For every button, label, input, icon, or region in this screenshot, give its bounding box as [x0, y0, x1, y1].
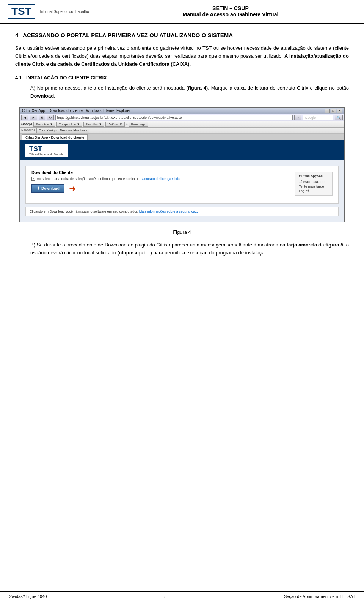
checkbox-link[interactable]: Contrato de licença Citrix [142, 177, 180, 181]
main-content: 4 ACESSANDO O PORTAL PELA PRIMEIRA VEZ O… [0, 24, 364, 267]
refresh-button[interactable]: ↻ [47, 115, 54, 120]
favoritos-button[interactable]: Favoritos ▼ [83, 122, 104, 127]
website-logo-sub: Tribunal Superior do Trabalho [29, 153, 64, 156]
download-client-box: Download do Cliente ✓ Ao selecionar a ca… [25, 166, 339, 204]
download-icon: ⬇ [36, 186, 40, 191]
org-subtitle: Tribunal Superior do Trabalho [39, 9, 89, 14]
page-header: TST Tribunal Superior do Trabalho SETIN … [0, 0, 364, 24]
go-button[interactable]: → [294, 115, 301, 120]
close-button[interactable]: ✕ [337, 109, 342, 113]
outras-opcoes-box: Outras opções Já está instalado Tente ma… [295, 172, 333, 196]
checkbox-row: ✓ Ao selecionar a caixa de seleção, você… [31, 177, 333, 181]
footer-left: Dúvidas? Ligue 4040 [8, 594, 47, 599]
outras-opcoes-title: Outras opções [299, 174, 328, 178]
license-checkbox[interactable]: ✓ [31, 177, 35, 181]
download-button[interactable]: ⬇ Download [31, 184, 64, 193]
download-btn-label: Download [41, 186, 60, 191]
pesquisar-button[interactable]: Pesquisar ▼ [33, 122, 55, 127]
website-content: TST Tribunal Superior do Trabalho Downlo… [20, 140, 344, 222]
subsection41-number: 4.1 [15, 75, 22, 80]
browser-title-text: Citrix XenApp - Download do cliente - Wi… [22, 109, 130, 113]
browser-toolbar2: Google Pesquisar ▼ Compartilhar ▼ Favori… [20, 121, 344, 128]
website-logo-box: TST Tribunal Superior do Trabalho [25, 144, 68, 157]
screenshot-mockup: Citrix XenApp - Download do cliente - Wi… [19, 107, 345, 222]
section4-paragraph: Se o usuário estiver acessando pela prim… [15, 44, 349, 68]
browser-titlebar: Citrix XenApp - Download do cliente - Wi… [20, 108, 344, 114]
address-bar[interactable]: https://gabinetevirtual.tst.jus.br/Citri… [55, 115, 293, 120]
minimize-button[interactable]: _ [325, 109, 330, 113]
favorites-bar: Favoritos Citrix XenApp - Download do cl… [20, 128, 344, 134]
active-tab[interactable]: Citrix XenApp - Download do cliente [22, 134, 88, 140]
google-search-box[interactable]: Google [303, 115, 333, 120]
google-search-button[interactable]: 🔍 [335, 115, 343, 120]
toolbar2-separator: » [126, 122, 128, 126]
logo-area: TST Tribunal Superior do Trabalho [8, 4, 97, 19]
browser-tabs: Citrix XenApp - Download do cliente [20, 134, 344, 140]
download-button-row: ⬇ Download ➜ [31, 184, 333, 194]
header-title-area: SETIN – CSUP Manual de Acesso ao Gabinet… [105, 5, 356, 17]
back-button[interactable]: ◄ [21, 115, 28, 120]
stop-button[interactable]: ✖ [39, 115, 46, 120]
download-note: Clicando em Download você irá instalar o… [25, 207, 339, 216]
arrow-right-icon: ➜ [69, 184, 76, 194]
section4-heading: 4 ACESSANDO O PORTAL PELA PRIMEIRA VEZ O… [15, 31, 349, 39]
note-link[interactable]: Mais informações sobre a segurança... [139, 210, 198, 213]
browser-nav: ◄ ► ✖ ↻ https://gabinetevirtual.tst.jus.… [20, 114, 344, 121]
verificar-button[interactable]: Verificar ▼ [105, 122, 125, 127]
website-body: Download do Cliente ✓ Ao selecionar a ca… [20, 160, 344, 222]
download-section-title: Download do Cliente [31, 170, 333, 175]
note-text: Clicando em Download você irá instalar o… [30, 210, 138, 213]
footer-page: 5 [164, 594, 166, 599]
browser-controls[interactable]: _ □ ✕ [325, 109, 342, 113]
opcao-ja-instalado[interactable]: Já está instalado [299, 180, 328, 184]
tst-logo: TST [8, 4, 35, 19]
forward-button[interactable]: ► [30, 115, 37, 120]
doc-title-line1: SETIN – CSUP [105, 5, 356, 11]
section4-number: 4 [15, 32, 18, 38]
subsection41-heading: 4.1 INSTALAÇÃO DO CLIENTE CITRIX [15, 75, 349, 80]
website-logo-tst: TST [29, 145, 64, 153]
item-b: B) Se durante o procedimento de Download… [30, 241, 349, 257]
doc-title-line2: Manual de Acesso ao Gabinete Virtual [105, 11, 356, 17]
section4-title: ACESSANDO O PORTAL PELA PRIMEIRA VEZ OU … [23, 32, 233, 38]
checkbox-label: Ao selecionar a caixa de seleção, você c… [37, 177, 138, 181]
favorites-tab[interactable]: Citrix XenApp - Download do cliente [36, 128, 89, 133]
figura4-label: Figura 4 [15, 229, 349, 235]
toolbar2-google: Google [21, 122, 32, 126]
opcao-log-off[interactable]: Log off [299, 189, 328, 193]
opcao-tente-mais-tarde[interactable]: Tente mais tarde [299, 184, 328, 189]
compartilhar-button[interactable]: Compartilhar ▼ [56, 122, 82, 127]
website-header: TST Tribunal Superior do Trabalho [20, 140, 344, 160]
favorites-label: Favoritos [21, 128, 35, 132]
maximize-button[interactable]: □ [331, 109, 336, 113]
page-footer: Dúvidas? Ligue 4040 5 Seção de Aprimoram… [0, 591, 364, 601]
subsection41-title: INSTALAÇÃO DO CLIENTE CITRIX [26, 75, 107, 80]
item-a: A) No primeiro acesso, a tela de instala… [30, 84, 349, 100]
footer-right: Seção de Aprimoramento em TI – SATI [284, 594, 356, 599]
fazer-login-button[interactable]: Fazer login [129, 122, 149, 127]
